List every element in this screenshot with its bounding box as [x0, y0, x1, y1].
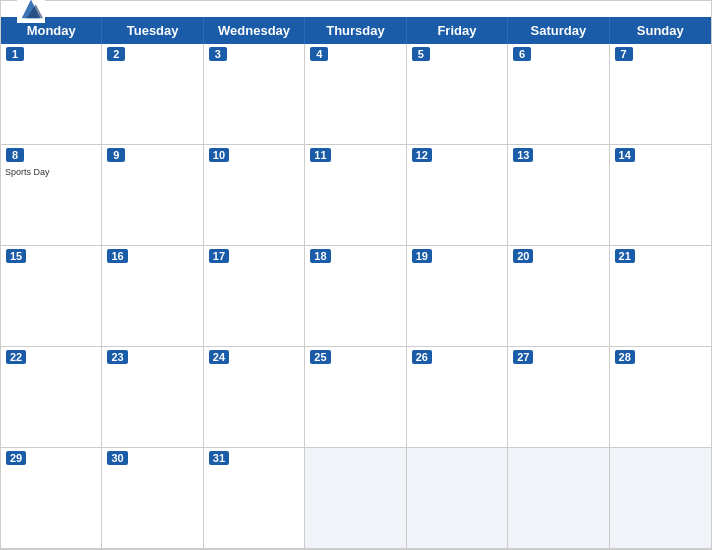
day-cell: 20	[508, 246, 609, 347]
day-cell: 23	[102, 347, 203, 448]
day-cell: 29	[1, 448, 102, 549]
day-number: 23	[107, 350, 127, 364]
day-header-thursday: Thursday	[305, 17, 406, 44]
day-number: 4	[310, 47, 328, 61]
day-header-friday: Friday	[407, 17, 508, 44]
day-number: 2	[107, 47, 125, 61]
day-cell: 21	[610, 246, 711, 347]
day-number: 7	[615, 47, 633, 61]
day-cell: 6	[508, 44, 609, 145]
day-cell: 3	[204, 44, 305, 145]
day-headers-row: MondayTuesdayWednesdayThursdayFridaySatu…	[1, 17, 711, 44]
day-cell: 25	[305, 347, 406, 448]
day-number: 15	[6, 249, 26, 263]
logo-icon	[17, 0, 45, 23]
day-cell: 1	[1, 44, 102, 145]
day-number: 9	[107, 148, 125, 162]
day-cell: 14	[610, 145, 711, 246]
day-number: 18	[310, 249, 330, 263]
day-cell: 24	[204, 347, 305, 448]
day-number: 20	[513, 249, 533, 263]
day-number: 22	[6, 350, 26, 364]
day-cell: 17	[204, 246, 305, 347]
day-cell: 26	[407, 347, 508, 448]
day-cell: 30	[102, 448, 203, 549]
day-cell	[610, 448, 711, 549]
day-cell: 13	[508, 145, 609, 246]
event-label: Sports Day	[5, 167, 50, 177]
day-number: 30	[107, 451, 127, 465]
day-cell: 11	[305, 145, 406, 246]
generalblue-logo	[17, 0, 49, 23]
day-number: 10	[209, 148, 229, 162]
day-number: 16	[107, 249, 127, 263]
day-cell: 27	[508, 347, 609, 448]
day-number: 14	[615, 148, 635, 162]
day-number: 13	[513, 148, 533, 162]
day-cell: 19	[407, 246, 508, 347]
day-number: 28	[615, 350, 635, 364]
day-number: 21	[615, 249, 635, 263]
day-number: 5	[412, 47, 430, 61]
day-number: 27	[513, 350, 533, 364]
day-number: 29	[6, 451, 26, 465]
day-cell: 2	[102, 44, 203, 145]
calendar-grid: 12345678Sports Day9101112131415161718192…	[1, 44, 711, 549]
day-cell: 22	[1, 347, 102, 448]
day-cell: 12	[407, 145, 508, 246]
day-cell: 10	[204, 145, 305, 246]
day-cell	[508, 448, 609, 549]
day-header-wednesday: Wednesday	[204, 17, 305, 44]
day-cell: 16	[102, 246, 203, 347]
day-cell	[305, 448, 406, 549]
day-cell: 7	[610, 44, 711, 145]
day-cell: 28	[610, 347, 711, 448]
day-cell	[407, 448, 508, 549]
day-cell: 15	[1, 246, 102, 347]
day-number: 11	[310, 148, 330, 162]
day-number: 31	[209, 451, 229, 465]
day-header-tuesday: Tuesday	[102, 17, 203, 44]
day-number: 8	[6, 148, 24, 162]
day-number: 26	[412, 350, 432, 364]
day-cell: 8Sports Day	[1, 145, 102, 246]
calendar-header	[1, 1, 711, 17]
day-number: 25	[310, 350, 330, 364]
day-cell: 5	[407, 44, 508, 145]
day-number: 3	[209, 47, 227, 61]
day-header-saturday: Saturday	[508, 17, 609, 44]
day-header-sunday: Sunday	[610, 17, 711, 44]
day-number: 17	[209, 249, 229, 263]
day-number: 19	[412, 249, 432, 263]
day-cell: 9	[102, 145, 203, 246]
day-number: 24	[209, 350, 229, 364]
day-number: 12	[412, 148, 432, 162]
day-number: 1	[6, 47, 24, 61]
day-cell: 31	[204, 448, 305, 549]
day-number: 6	[513, 47, 531, 61]
calendar-container: MondayTuesdayWednesdayThursdayFridaySatu…	[0, 0, 712, 550]
day-cell: 4	[305, 44, 406, 145]
day-cell: 18	[305, 246, 406, 347]
